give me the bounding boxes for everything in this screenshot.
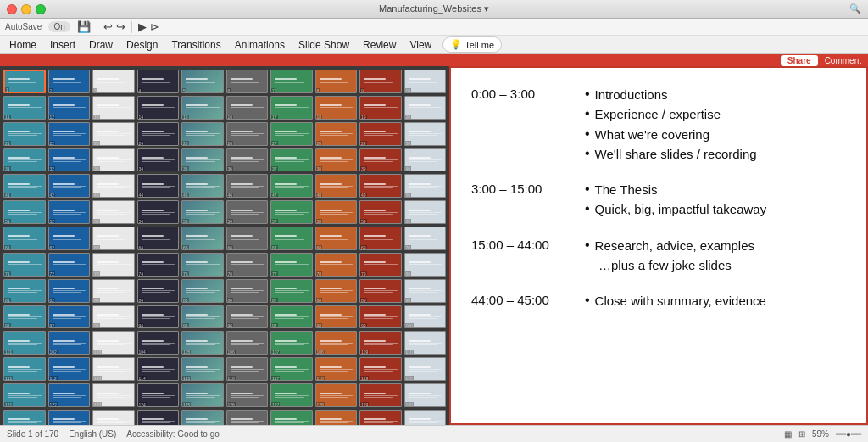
- slide-thumb[interactable]: 73: [92, 253, 135, 277]
- slide-thumb[interactable]: 116: [226, 357, 269, 381]
- slide-thumb[interactable]: 34: [137, 148, 180, 172]
- menu-review[interactable]: Review: [357, 37, 402, 53]
- slide-thumb[interactable]: 134: [137, 410, 180, 425]
- menu-view[interactable]: View: [403, 37, 437, 53]
- view-sorter-button[interactable]: ⊞: [798, 429, 805, 439]
- slide-thumb[interactable]: 28: [315, 122, 358, 146]
- slide-thumb[interactable]: 125: [181, 383, 224, 407]
- slide-thumb[interactable]: 105: [181, 331, 224, 355]
- slide-thumb[interactable]: 4: [137, 70, 180, 93]
- slide-thumb[interactable]: 22: [48, 122, 91, 146]
- close-button[interactable]: [7, 4, 17, 14]
- slide-thumb[interactable]: 84: [137, 279, 180, 303]
- slide-thumb[interactable]: 140: [404, 410, 447, 425]
- slide-thumb[interactable]: 60: [404, 200, 447, 224]
- save-icon[interactable]: 💾: [77, 20, 91, 33]
- menu-slideshow[interactable]: Slide Show: [292, 37, 355, 53]
- undo-icon[interactable]: ↩: [103, 20, 113, 33]
- slide-thumb[interactable]: 49: [359, 174, 402, 198]
- comment-label[interactable]: Comment: [825, 56, 861, 65]
- menu-home[interactable]: Home: [3, 37, 42, 53]
- slide-thumb[interactable]: 92: [48, 305, 91, 329]
- slide-thumb[interactable]: 136: [226, 410, 269, 425]
- slide-thumb[interactable]: 25: [181, 122, 224, 146]
- slide-thumb[interactable]: 75: [181, 253, 224, 277]
- slide-thumb[interactable]: 3: [92, 70, 135, 93]
- slide-thumb[interactable]: 18: [315, 96, 358, 120]
- slide-thumb[interactable]: 104: [137, 331, 180, 355]
- slide-thumb[interactable]: 52: [48, 200, 91, 224]
- slide-thumb[interactable]: 69: [359, 227, 402, 250]
- slide-thumb[interactable]: 41: [3, 174, 46, 198]
- slide-thumb[interactable]: 103: [92, 331, 135, 355]
- slide-thumb[interactable]: 35: [181, 148, 224, 172]
- slide-thumb[interactable]: 40: [404, 148, 447, 172]
- slide-thumb[interactable]: 79: [359, 253, 402, 277]
- slide-thumb[interactable]: 85: [181, 279, 224, 303]
- slide-thumb[interactable]: 32: [48, 148, 91, 172]
- slide-thumb[interactable]: 96: [226, 305, 269, 329]
- slide-thumb[interactable]: 131: [3, 410, 46, 425]
- slide-thumb[interactable]: 51: [3, 200, 46, 224]
- slide-thumb[interactable]: 99: [359, 305, 402, 329]
- menu-animations[interactable]: Animations: [229, 37, 291, 53]
- slide-thumb[interactable]: 87: [270, 279, 313, 303]
- slide-thumb[interactable]: 9: [359, 70, 402, 93]
- slide-thumb[interactable]: 5: [181, 70, 224, 93]
- window-controls[interactable]: [7, 4, 46, 14]
- slide-thumb[interactable]: 8: [315, 70, 358, 93]
- slide-thumb[interactable]: 93: [92, 305, 135, 329]
- slide-thumb[interactable]: 94: [137, 305, 180, 329]
- slide-thumb[interactable]: 115: [181, 357, 224, 381]
- menu-draw[interactable]: Draw: [83, 37, 119, 53]
- slide-thumb[interactable]: 77: [270, 253, 313, 277]
- menu-design[interactable]: Design: [120, 37, 164, 53]
- view-normal-button[interactable]: ▦: [784, 429, 792, 439]
- slide-thumb[interactable]: 64: [137, 227, 180, 250]
- zoom-slider[interactable]: ━━●━━: [836, 429, 861, 439]
- slide-thumb[interactable]: 113: [92, 357, 135, 381]
- slide-thumb[interactable]: 39: [359, 148, 402, 172]
- slide-thumb[interactable]: 91: [3, 305, 46, 329]
- slide-thumb[interactable]: 16: [226, 96, 269, 120]
- slide-thumb[interactable]: 58: [315, 200, 358, 224]
- slide-thumb[interactable]: 29: [359, 122, 402, 146]
- slide-thumb[interactable]: 114: [137, 357, 180, 381]
- slide-thumb[interactable]: 72: [48, 253, 91, 277]
- slide-thumb[interactable]: 137: [270, 410, 313, 425]
- slide-thumb[interactable]: 65: [181, 227, 224, 250]
- slide-thumb[interactable]: 36: [226, 148, 269, 172]
- slide-thumb[interactable]: 74: [137, 253, 180, 277]
- slide-thumb[interactable]: 67: [270, 227, 313, 250]
- slide-thumb[interactable]: 126: [226, 383, 269, 407]
- slide-thumb[interactable]: 138: [315, 410, 358, 425]
- slide-thumb[interactable]: 53: [92, 200, 135, 224]
- slide-thumb[interactable]: 95: [181, 305, 224, 329]
- slide-thumb[interactable]: 24: [137, 122, 180, 146]
- slide-thumb[interactable]: 124: [137, 383, 180, 407]
- slide-thumb[interactable]: 37: [270, 148, 313, 172]
- slide-thumb[interactable]: 47: [270, 174, 313, 198]
- slide-thumb[interactable]: 123: [92, 383, 135, 407]
- slide-thumb[interactable]: 100: [404, 305, 447, 329]
- slide-thumb[interactable]: 33: [92, 148, 135, 172]
- slide-thumb[interactable]: 26: [226, 122, 269, 146]
- slide-thumb[interactable]: 68: [315, 227, 358, 250]
- slide-thumb[interactable]: 81: [3, 279, 46, 303]
- slide-thumb[interactable]: 89: [359, 279, 402, 303]
- slide-thumb[interactable]: 71: [3, 253, 46, 277]
- slide-thumb[interactable]: 55: [181, 200, 224, 224]
- slide-thumb[interactable]: 97: [270, 305, 313, 329]
- slide-thumb[interactable]: 110: [404, 331, 447, 355]
- slide-thumb[interactable]: 111: [3, 357, 46, 381]
- slide-thumb[interactable]: 1: [3, 70, 46, 93]
- slide-thumb[interactable]: 43: [92, 174, 135, 198]
- present-from-icon[interactable]: ⊳: [150, 20, 159, 33]
- slide-thumb[interactable]: 112: [48, 357, 91, 381]
- minimize-button[interactable]: [21, 4, 31, 14]
- slide-thumb[interactable]: 31: [3, 148, 46, 172]
- slide-thumb[interactable]: 17: [270, 96, 313, 120]
- slide-thumb[interactable]: 61: [3, 227, 46, 250]
- slide-thumb[interactable]: 66: [226, 227, 269, 250]
- maximize-button[interactable]: [36, 4, 46, 14]
